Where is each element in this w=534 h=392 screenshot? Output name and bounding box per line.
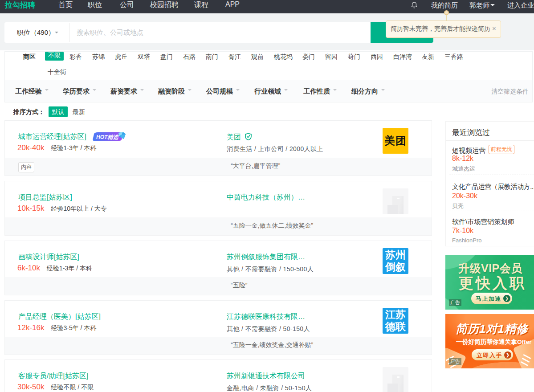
- svg-text:HOT精选: HOT精选: [96, 134, 119, 140]
